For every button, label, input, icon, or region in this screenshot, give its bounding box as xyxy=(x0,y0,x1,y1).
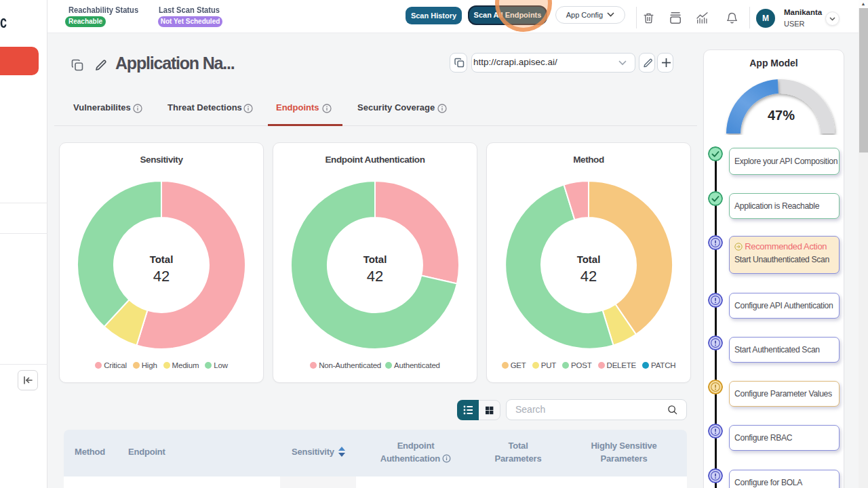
svg-text:Total: Total xyxy=(577,253,601,265)
svg-text:Total: Total xyxy=(363,253,387,265)
svg-text:42: 42 xyxy=(580,268,597,285)
svg-text:Total: Total xyxy=(150,253,174,265)
svg-text:42: 42 xyxy=(367,268,383,285)
svg-text:42: 42 xyxy=(153,268,170,285)
